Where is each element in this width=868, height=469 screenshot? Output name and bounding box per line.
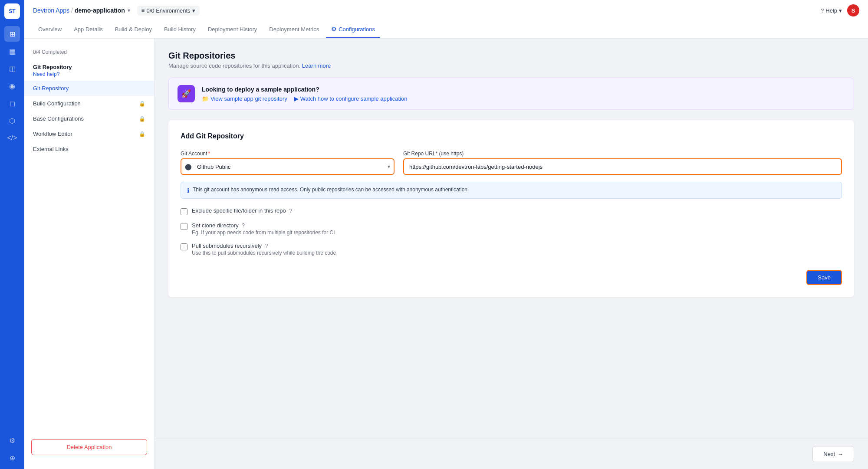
sample-app-banner: 🚀 Looking to deploy a sample application… [168,78,854,110]
git-account-label: Git Account* [181,151,395,157]
form-actions: Save [181,266,842,285]
git-account-select[interactable]: Github Public [181,158,395,175]
submodules-checkbox[interactable] [181,243,187,250]
tab-build-deploy[interactable]: Build & Deploy [110,21,157,38]
play-icon: ▶ [294,95,299,102]
env-chevron-icon: ▾ [192,7,195,14]
exclude-files-label[interactable]: Exclude specific file/folder in this rep… [192,207,292,214]
next-button[interactable]: Next → [812,446,854,462]
submodules-sublabel: Use this to pull submodules recursively … [192,250,336,256]
tab-build-history[interactable]: Build History [159,21,201,38]
sidebar-need-help-link[interactable]: Need help? [33,71,145,77]
page-subtitle: Manage source code repositories for this… [168,62,854,69]
submodules-help-icon: ? [265,243,268,249]
add-git-repo-form: Add Git Repository Git Account* ⬤ Github… [168,120,854,297]
breadcrumb-chevron-icon[interactable]: ▾ [128,7,130,13]
save-button[interactable]: Save [806,270,842,285]
git-url-group: Git Repo URL* (use https) [403,151,842,175]
breadcrumb: Devtron Apps / demo-application ▾ [33,7,130,14]
content-area: 0/4 Completed Git Repository Need help? … [24,39,868,469]
tab-deployment-history[interactable]: Deployment History [203,21,262,38]
watch-tutorial-link[interactable]: ▶ Watch how to configure sample applicat… [294,95,408,102]
clone-dir-checkbox[interactable] [181,223,187,230]
info-text: This git account has anonymous read acce… [193,187,469,193]
help-label: Help [825,7,837,14]
sidebar-icon-stack[interactable]: ⊕ [4,450,20,466]
delete-application-button[interactable]: Delete Application [31,439,147,455]
sidebar-item-external-links[interactable]: External Links [24,141,154,157]
base-config-lock-icon: 🔒 [139,116,145,122]
exclude-help-icon: ? [289,208,292,214]
banner-title: Looking to deploy a sample application? [202,86,407,93]
tab-app-details[interactable]: App Details [69,21,108,38]
sidebar-item-git-repository[interactable]: Git Repository [24,81,154,96]
clone-dir-sublabel: Eg. If your app needs code from multiple… [192,230,335,236]
sidebar-item-build-configuration[interactable]: Build Configuration 🔒 [24,96,154,111]
sidebar-item-base-configurations[interactable]: Base Configurations 🔒 [24,111,154,126]
top-nav: Devtron Apps / demo-application ▾ ≡ 0/0 … [24,0,868,39]
sidebar-icon-apps[interactable]: ⊞ [4,26,20,42]
submodules-checkbox-item: Pull submodules recursively ? Use this t… [181,243,842,256]
sidebar-section-header: Git Repository Need help? [24,60,154,81]
git-account-group: Git Account* ⬤ Github Public ▾ [181,151,395,175]
learn-more-link[interactable]: Learn more [302,62,331,69]
info-box: ℹ This git account has anonymous read ac… [181,182,842,199]
exclude-files-checkbox[interactable] [181,208,187,215]
breadcrumb-current: demo-application [75,7,125,14]
breadcrumb-app-link[interactable]: Devtron Apps [33,7,69,14]
main-content: Git Repositories Manage source code repo… [155,39,868,439]
tab-overview[interactable]: Overview [33,21,67,38]
env-filter-icon: ≡ [141,7,145,14]
help-chevron-icon: ▾ [839,7,842,14]
left-sidebar: 0/4 Completed Git Repository Need help? … [24,39,155,469]
info-icon: ℹ [187,187,189,194]
exclude-files-checkbox-item: Exclude specific file/folder in this rep… [181,207,842,215]
sidebar-icon-settings[interactable]: ⚙ [4,433,20,448]
nav-tabs: Overview App Details Build & Deploy Buil… [33,21,859,38]
sidebar-icon-cube[interactable]: ◻ [4,95,20,111]
help-circle-icon: ? [821,7,824,14]
clone-dir-checkbox-item: Set clone directory ? Eg. If your app ne… [181,222,842,236]
icon-sidebar: ST ⊞ ▦ ◫ ◉ ◻ ⬡ </> ⚙ ⊕ [0,0,24,469]
app-logo: ST [4,3,20,19]
submodules-label[interactable]: Pull submodules recursively ? [192,243,268,249]
clone-dir-label[interactable]: Set clone directory ? [192,222,245,229]
user-avatar[interactable]: S [847,4,859,16]
sidebar-icon-deployments[interactable]: ▦ [4,43,20,59]
clone-help-icon: ? [242,223,245,229]
bottom-bar: Next → [155,439,868,469]
page-title: Git Repositories [168,51,854,61]
sidebar-icon-config[interactable]: ◫ [4,61,20,76]
breadcrumb-separator: / [71,7,73,14]
sidebar-icon-code[interactable]: </> [4,130,20,146]
tab-deployment-metrics[interactable]: Deployment Metrics [264,21,324,38]
rocket-icon: 🚀 [178,85,195,102]
git-url-label: Git Repo URL* (use https) [403,151,842,157]
sidebar-progress: 0/4 Completed [24,46,154,60]
view-sample-repo-link[interactable]: 📁 View sample app git repository [202,95,287,102]
help-button[interactable]: ? Help ▾ [821,7,842,14]
sidebar-section-title: Git Repository [33,64,145,70]
workflow-lock-icon: 🔒 [139,131,145,137]
git-url-input[interactable] [403,158,842,175]
env-label: 0/0 Environments [146,7,190,14]
env-badge[interactable]: ≡ 0/0 Environments ▾ [137,6,200,16]
sidebar-item-workflow-editor[interactable]: Workflow Editor 🔒 [24,126,154,141]
checkbox-group: Exclude specific file/folder in this rep… [181,207,842,256]
form-title: Add Git Repository [181,132,842,140]
folder-icon: 📁 [202,95,209,102]
sidebar-icon-security[interactable]: ⬡ [4,113,20,128]
next-arrow-icon: → [838,451,843,457]
build-config-lock-icon: 🔒 [139,101,145,107]
configurations-gear-icon: ⚙ [331,26,337,33]
tab-configurations[interactable]: ⚙ Configurations [326,21,380,38]
sidebar-icon-global[interactable]: ◉ [4,78,20,94]
